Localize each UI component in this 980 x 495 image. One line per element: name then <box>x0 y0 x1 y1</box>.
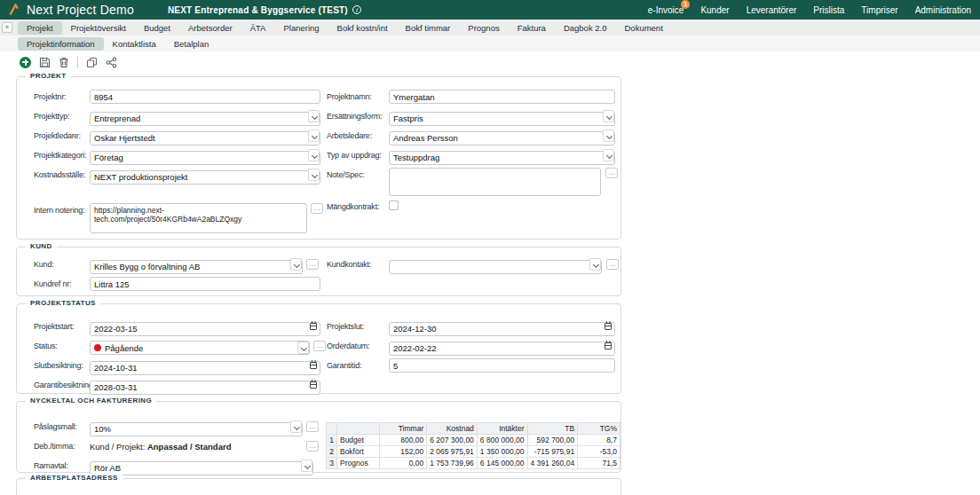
kund-more-button[interactable]: … <box>306 259 319 270</box>
arbetsledare-input[interactable] <box>389 131 615 145</box>
nav-timpriser[interactable]: Timpriser <box>861 5 897 15</box>
tab-bokf-kostn[interactable]: Bokf kostn/int <box>328 21 397 35</box>
delete-icon[interactable] <box>59 57 69 68</box>
chevron-down-icon[interactable] <box>308 110 320 122</box>
share-icon[interactable] <box>106 57 117 68</box>
copy-icon[interactable] <box>86 57 98 68</box>
chevron-down-icon[interactable] <box>308 130 320 142</box>
tab-projektinformation[interactable]: Projektinformation <box>18 37 104 51</box>
kostnadsstalle-select[interactable] <box>90 168 320 185</box>
tab-ata[interactable]: ÄTA <box>241 21 275 35</box>
calendar-icon[interactable] <box>605 323 612 330</box>
nav-prislista[interactable]: Prislista <box>813 5 844 15</box>
kundref-input[interactable] <box>90 277 320 291</box>
nav-leverantorer[interactable]: Leverantörer <box>747 5 797 15</box>
save-icon[interactable] <box>39 57 51 68</box>
chevron-down-icon[interactable] <box>290 258 302 271</box>
ersattningsform-input[interactable] <box>389 112 615 126</box>
projektslut-datefield[interactable] <box>389 319 615 336</box>
app-logo: Next Project Demo <box>9 3 134 17</box>
projektstart-datefield[interactable] <box>90 319 320 336</box>
projektnr-input[interactable] <box>90 90 320 104</box>
field-projektledare: Projektledare: <box>34 127 327 146</box>
sidebar-expand-button[interactable]: » <box>2 22 12 33</box>
paslagsmall-more-button[interactable]: … <box>306 421 319 432</box>
kund-select[interactable] <box>90 257 303 274</box>
field-ersattningsform: Ersättningsform: <box>327 107 620 127</box>
tab-prognos[interactable]: Prognos <box>459 21 508 35</box>
status-value-box[interactable]: Pågående <box>90 341 310 355</box>
paslagsmall-select[interactable] <box>90 420 303 436</box>
nav-administration[interactable]: Administration <box>915 5 971 15</box>
add-icon[interactable] <box>20 57 31 68</box>
slutbesiktning-datefield[interactable] <box>90 358 320 375</box>
tab-projektoversikt[interactable]: Projektöversikt <box>62 21 135 35</box>
slutbesiktning-input[interactable] <box>90 361 320 375</box>
paslagsmall-input[interactable] <box>90 422 303 436</box>
tab-betalplan[interactable]: Betalplan <box>165 37 218 51</box>
calendar-icon[interactable] <box>605 342 612 350</box>
table-row[interactable]: 1 Budget 800,00 6 207 300,00 6 800 000,0… <box>327 435 620 446</box>
intern-notering-more-button[interactable]: … <box>311 203 323 214</box>
chevron-down-icon[interactable] <box>603 130 614 142</box>
tab-dagbok[interactable]: Dagbok 2.0 <box>555 21 616 35</box>
chevron-down-icon[interactable] <box>297 342 309 354</box>
projektledare-select[interactable] <box>90 129 320 145</box>
tab-faktura[interactable]: Faktura <box>509 21 555 35</box>
status-more-button[interactable]: … <box>313 341 326 351</box>
tab-projekt[interactable]: Projekt <box>18 21 62 35</box>
tab-dokument[interactable]: Dokument <box>616 21 672 35</box>
chevron-down-icon[interactable] <box>290 420 302 433</box>
table-row[interactable]: 3 Prognos 0,00 1 753 739,96 6 145 000,00… <box>327 458 620 469</box>
projektstart-input[interactable] <box>90 322 320 336</box>
chevron-down-icon[interactable] <box>603 149 614 161</box>
kundkontakt-more-button[interactable]: … <box>606 259 619 270</box>
nav-kunder[interactable]: Kunder <box>700 5 729 15</box>
kundkontakt-select[interactable] <box>389 257 602 274</box>
garantibesiktning-datefield[interactable] <box>90 378 320 395</box>
projektnamn-input[interactable] <box>389 90 615 104</box>
debtimma-more-button[interactable]: … <box>306 441 319 452</box>
kostnadsstalle-input[interactable] <box>90 170 320 185</box>
tab-bokf-timmar[interactable]: Bokf timmar <box>397 21 460 35</box>
projektledare-input[interactable] <box>90 131 320 145</box>
note-spec-textarea[interactable] <box>389 168 601 196</box>
note-spec-more-button[interactable]: … <box>605 168 618 178</box>
tab-arbetsorder[interactable]: Arbetsorder <box>179 21 241 35</box>
calendar-icon[interactable] <box>310 381 317 389</box>
table-row[interactable]: 2 Bokfört 152,00 2 065 975,91 1 350 000,… <box>327 446 620 458</box>
status-select[interactable]: Pågående <box>90 341 310 355</box>
ersattningsform-select[interactable] <box>389 109 615 126</box>
ramavtal-input[interactable] <box>90 461 313 475</box>
tab-kontaktlista[interactable]: Kontaktlista <box>104 37 165 51</box>
orderdatum-input[interactable] <box>389 342 615 356</box>
nav-e-invoice[interactable]: e-Invoice1 <box>648 5 684 15</box>
projektkategori-select[interactable] <box>90 148 320 165</box>
chevron-down-icon[interactable] <box>589 258 601 271</box>
garantitid-input[interactable] <box>389 358 615 373</box>
tab-planering[interactable]: Planering <box>274 21 328 35</box>
intern-notering-textarea[interactable]: https://planning.next-tech.com/project/5… <box>90 203 307 233</box>
projektslut-input[interactable] <box>389 322 615 336</box>
calendar-icon[interactable] <box>310 323 317 330</box>
typ-av-uppdrag-input[interactable] <box>389 151 615 165</box>
calendar-icon[interactable] <box>310 362 317 369</box>
projekttyp-input[interactable] <box>90 112 320 126</box>
chevron-down-icon[interactable] <box>603 110 614 122</box>
typ-av-uppdrag-select[interactable] <box>389 148 615 165</box>
chevron-down-icon[interactable] <box>308 149 320 161</box>
tab-budget[interactable]: Budget <box>135 21 179 35</box>
chevron-down-icon[interactable] <box>301 460 312 472</box>
field-projektslut: Projektslut: <box>327 318 620 337</box>
ramavtal-select[interactable] <box>90 459 313 475</box>
orderdatum-datefield[interactable] <box>389 339 615 356</box>
kund-input[interactable] <box>90 260 303 274</box>
chevron-down-icon[interactable] <box>308 169 320 181</box>
mangdkontrakt-checkbox[interactable] <box>389 200 399 210</box>
kundkontakt-input[interactable] <box>389 260 602 274</box>
projektkategori-input[interactable] <box>90 151 320 165</box>
garantibesiktning-input[interactable] <box>90 381 320 395</box>
arbetsledare-select[interactable] <box>389 129 615 145</box>
info-icon[interactable]: i <box>352 5 361 14</box>
projekttyp-select[interactable] <box>90 109 320 126</box>
